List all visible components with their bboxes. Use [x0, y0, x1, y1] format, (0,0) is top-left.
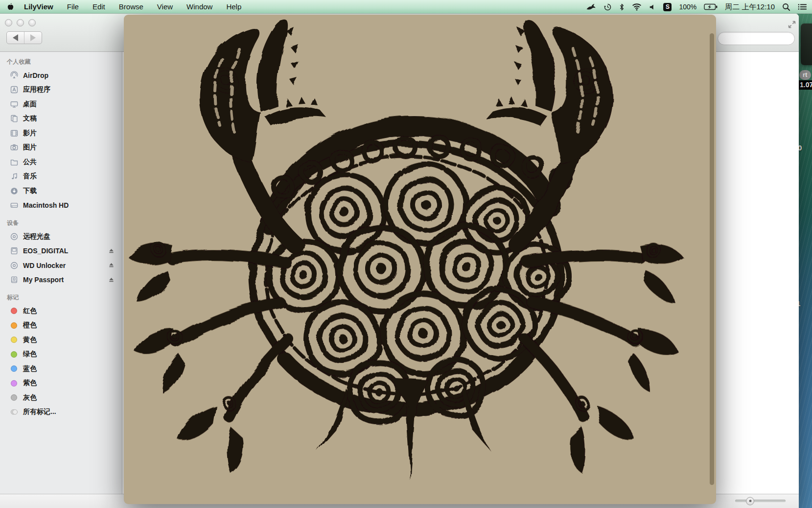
sidebar-item-label: 桌面: [23, 100, 37, 109]
extdrive-icon: [9, 246, 19, 256]
sidebar-item-wd-unlocker[interactable]: WD Unlocker: [0, 258, 122, 273]
sidebar-item-label: 绿色: [23, 350, 37, 359]
sidebar-item-movies[interactable]: 影片: [0, 126, 122, 141]
sidebar-item-label: 黄色: [23, 336, 37, 344]
crab-illustration: [124, 15, 716, 504]
menu-item-edit[interactable]: Edit: [93, 2, 105, 11]
tag-color-dot: [9, 321, 19, 330]
sidebar-item-label: 影片: [23, 129, 37, 138]
tag-color-dot: [9, 393, 19, 402]
sidebar-item-label: Macintosh HD: [23, 201, 69, 209]
menu-item-view[interactable]: View: [157, 2, 173, 11]
fullscreen-arrows-icon[interactable]: [787, 19, 797, 30]
desktop-partial-label-pill: rt: [799, 70, 811, 80]
sidebar-item-eos-digital[interactable]: EOS_DIGITAL: [0, 244, 122, 259]
close-button[interactable]: [5, 19, 12, 26]
notification-center-icon[interactable]: [798, 3, 807, 10]
image-viewer-window[interactable]: [124, 15, 716, 504]
passport-icon: [9, 275, 19, 285]
sidebar-item-tag-blue[interactable]: 蓝色: [0, 362, 122, 376]
tag-color-dot: [9, 306, 19, 315]
sidebar-item-label: 图片: [23, 143, 37, 152]
back-button[interactable]: [7, 32, 24, 44]
nav-buttons: [6, 31, 42, 44]
film-icon: [9, 128, 19, 138]
sidebar-section-title: 设备: [0, 216, 122, 229]
app-menus: LilyView FileEditBrowseViewWindowHelp: [24, 2, 241, 11]
shadowsocks-icon[interactable]: S: [663, 3, 672, 11]
sidebar-item-all-tags[interactable]: 所有标记...: [0, 405, 122, 420]
icon-zoom-slider[interactable]: [735, 500, 786, 502]
bird-icon[interactable]: [586, 3, 596, 11]
desktop-partial-icon[interactable]: [801, 24, 812, 65]
sidebar-item-my-passport[interactable]: My Passport: [0, 273, 122, 288]
apple-menu-icon[interactable]: [6, 2, 14, 12]
tag-color-dot: [9, 335, 19, 344]
hdd-icon: [9, 201, 19, 210]
sidebar-section-title: 标记: [0, 290, 122, 304]
sidebar-section-title: 个人收藏: [0, 55, 122, 68]
menu-bar: LilyView FileEditBrowseViewWindowHelp S …: [0, 0, 812, 14]
sidebar-item-label: 音乐: [23, 172, 37, 181]
disc-icon: [9, 261, 19, 270]
sidebar-item-label: My Passport: [23, 276, 64, 284]
sidebar-item-label: 红色: [23, 307, 37, 315]
eject-button[interactable]: [107, 276, 116, 284]
desktop-partial-label-black: 1.07: [797, 80, 812, 90]
sidebar-item-desktop[interactable]: 桌面: [0, 97, 122, 112]
zoom-button[interactable]: [28, 19, 36, 26]
sidebar-item-label: 远程光盘: [23, 232, 50, 241]
wifi-icon[interactable]: [632, 3, 642, 11]
sidebar-item-airdrop[interactable]: AirDrop: [0, 68, 122, 83]
sidebar-item-downloads[interactable]: 下载: [0, 184, 122, 198]
apps-icon: [9, 85, 19, 95]
sidebar-item-tag-orange[interactable]: 橙色: [0, 318, 122, 333]
disc-icon: [9, 232, 19, 241]
airdrop-icon: [9, 71, 19, 80]
menu-item-file[interactable]: File: [67, 2, 79, 11]
sidebar-item-public[interactable]: 公共: [0, 155, 122, 169]
search-input[interactable]: [718, 32, 795, 45]
folder-icon: [9, 157, 19, 167]
sidebar-item-macintosh-hd[interactable]: Macintosh HD: [0, 198, 122, 213]
sidebar-item-label: 蓝色: [23, 364, 37, 373]
time-machine-icon[interactable]: [603, 3, 612, 11]
sidebar-item-label: 应用程序: [23, 85, 50, 94]
sidebar-item-tag-gray[interactable]: 灰色: [0, 390, 122, 405]
documents-icon: [9, 114, 19, 123]
image-scrollbar[interactable]: [710, 33, 714, 485]
display-icon: [9, 99, 19, 109]
sidebar-item-label: 文稿: [23, 114, 37, 123]
sidebar-item-pictures[interactable]: 图片: [0, 141, 122, 155]
volume-icon[interactable]: [649, 3, 656, 11]
eject-button[interactable]: [107, 247, 116, 255]
sidebar-item-tag-yellow[interactable]: 黄色: [0, 333, 122, 347]
sidebar-item-documents[interactable]: 文稿: [0, 112, 122, 126]
tag-color-dot: [9, 379, 19, 388]
sidebar-item-remote-disc[interactable]: 远程光盘: [0, 229, 122, 244]
minimize-button[interactable]: [17, 19, 24, 26]
music-icon: [9, 172, 19, 181]
sidebar-item-label: 紫色: [23, 379, 37, 387]
back-arrow-icon: [13, 34, 18, 41]
menu-clock[interactable]: 周二 上午12:10: [725, 2, 775, 12]
tag-color-dot: [9, 350, 19, 359]
battery-charging-icon[interactable]: [704, 3, 718, 10]
forward-button[interactable]: [24, 32, 42, 44]
sidebar-item-applications[interactable]: 应用程序: [0, 83, 122, 97]
sidebar-item-tag-red[interactable]: 红色: [0, 304, 122, 318]
bluetooth-icon[interactable]: [619, 3, 625, 11]
menu-app-name[interactable]: LilyView: [24, 2, 53, 11]
menu-item-help[interactable]: Help: [226, 2, 241, 11]
spotlight-icon[interactable]: [782, 3, 790, 11]
eject-button[interactable]: [107, 261, 116, 269]
sidebar-item-tag-purple[interactable]: 紫色: [0, 376, 122, 391]
sidebar-item-label: EOS_DIGITAL: [23, 247, 68, 255]
menu-item-browse[interactable]: Browse: [119, 2, 143, 11]
menu-item-window[interactable]: Window: [186, 2, 212, 11]
icon-zoom-slider-knob[interactable]: [746, 497, 754, 505]
sidebar-item-tag-green[interactable]: 绿色: [0, 347, 122, 362]
sidebar-item-music[interactable]: 音乐: [0, 169, 122, 184]
sidebar-item-label: 所有标记...: [23, 408, 56, 416]
window-controls: [5, 19, 36, 26]
